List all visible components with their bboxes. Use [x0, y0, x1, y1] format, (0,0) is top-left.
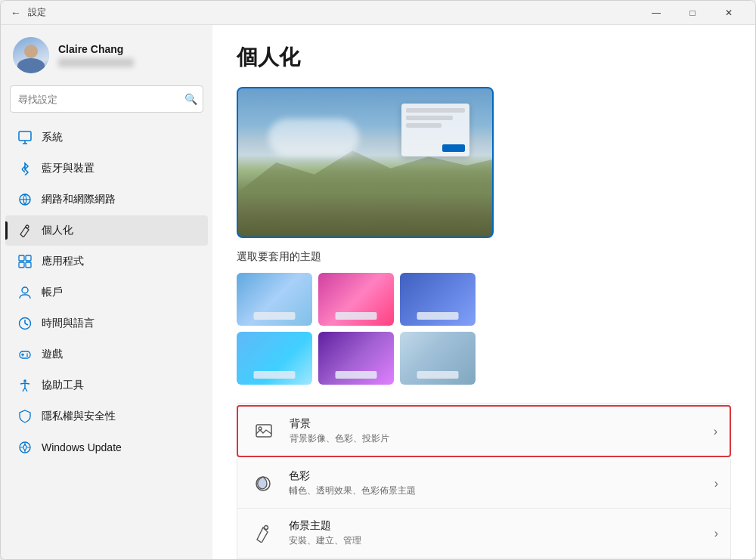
svg-line-13 — [25, 323, 28, 325]
theme-preview — [237, 87, 494, 238]
preview-line-2 — [406, 116, 453, 120]
content-area: 個人化 選取要套用的主題 — [212, 25, 755, 559]
sidebar-label-windows-update: Windows Update — [42, 441, 122, 453]
sidebar-item-time[interactable]: 時間與語言 — [5, 308, 208, 339]
preview-line-3 — [406, 123, 442, 128]
sidebar-item-privacy[interactable]: 隱私權與安全性 — [5, 401, 208, 432]
svg-point-17 — [26, 354, 28, 355]
background-chevron: › — [714, 425, 717, 438]
sidebar-item-personalization[interactable]: 個人化 — [5, 215, 208, 246]
page-title: 個人化 — [237, 43, 731, 72]
cloud-decoration — [268, 119, 359, 156]
settings-list: 背景 背景影像、色彩、投影片 › 色彩 輔色、透明效 — [237, 403, 731, 559]
background-text: 背景 背景影像、色彩、投影片 — [290, 417, 702, 445]
theme-grid — [237, 273, 731, 385]
svg-rect-7 — [26, 255, 31, 261]
svg-point-22 — [259, 427, 262, 430]
svg-point-19 — [23, 379, 26, 382]
svg-point-18 — [26, 355, 28, 357]
theme-select-label: 選取要套用的主題 — [237, 250, 731, 264]
background-desc: 背景影像、色彩、投影片 — [290, 432, 702, 445]
user-profile: Claire Chang — [1, 25, 212, 82]
sidebar-item-gaming[interactable]: 遊戲 — [5, 339, 208, 370]
search-box: 🔍 — [10, 85, 203, 113]
theme-option-6[interactable] — [400, 332, 476, 385]
theme-option-2[interactable] — [318, 273, 394, 326]
sidebar-label-accounts: 帳戶 — [42, 286, 63, 299]
sidebar-label-accessibility: 協助工具 — [42, 379, 84, 392]
user-name: Claire Chang — [58, 43, 134, 55]
theme-option-3[interactable] — [400, 273, 476, 326]
network-icon — [17, 192, 33, 207]
theme-thumb-bar-6 — [417, 371, 459, 379]
color-text: 色彩 輔色、透明效果、色彩佈景主題 — [289, 469, 702, 497]
theme-thumb-bar-5 — [336, 371, 377, 379]
privacy-icon — [17, 409, 33, 424]
sidebar-label-time: 時間與語言 — [42, 317, 94, 330]
svg-point-5 — [26, 225, 29, 228]
avatar — [13, 37, 49, 73]
sidebar-item-apps[interactable]: 應用程式 — [5, 246, 208, 277]
back-button[interactable]: ← — [10, 7, 22, 19]
svg-rect-9 — [26, 262, 31, 268]
time-icon — [17, 316, 33, 331]
svg-rect-0 — [19, 131, 31, 141]
gaming-icon — [17, 347, 33, 362]
settings-item-themes[interactable]: 佈景主題 安裝、建立、管理 › — [237, 509, 731, 558]
title-bar: ← 設定 — □ ✕ — [1, 1, 755, 25]
main-layout: Claire Chang 🔍 — [1, 25, 755, 559]
sidebar-label-bluetooth: 藍牙與裝置 — [42, 162, 94, 175]
sidebar-label-personalization: 個人化 — [42, 224, 73, 237]
sidebar-item-accessibility[interactable]: 協助工具 — [5, 370, 208, 401]
background-title: 背景 — [290, 417, 702, 431]
theme-preview-desktop — [238, 88, 492, 237]
system-icon — [17, 130, 33, 145]
themes-desc: 安裝、建立、管理 — [289, 534, 702, 547]
sidebar: Claire Chang 🔍 — [1, 25, 212, 559]
user-info: Claire Chang — [58, 43, 134, 67]
color-icon — [249, 470, 277, 497]
search-input[interactable] — [10, 85, 203, 113]
accounts-icon — [17, 285, 33, 300]
color-chevron: › — [714, 477, 718, 490]
svg-point-24 — [265, 525, 268, 529]
theme-thumb-bar-2 — [336, 312, 377, 320]
sidebar-label-network: 網路和網際網路 — [42, 193, 116, 206]
accessibility-icon — [17, 378, 33, 393]
sidebar-item-network[interactable]: 網路和網際網路 — [5, 184, 208, 215]
personalization-icon — [17, 223, 33, 238]
window-controls: — □ ✕ — [639, 1, 746, 25]
themes-text: 佈景主題 安裝、建立、管理 — [289, 519, 702, 547]
theme-option-1[interactable] — [237, 273, 312, 326]
color-desc: 輔色、透明效果、色彩佈景主題 — [289, 484, 702, 497]
svg-rect-8 — [19, 262, 24, 268]
minimize-button[interactable]: — — [639, 1, 674, 25]
themes-title: 佈景主題 — [289, 519, 702, 533]
close-button[interactable]: ✕ — [711, 1, 746, 25]
bluetooth-icon — [17, 161, 33, 176]
svg-point-10 — [22, 287, 28, 293]
settings-item-color[interactable]: 色彩 輔色、透明效果、色彩佈景主題 › — [237, 459, 731, 509]
windows-update-icon — [17, 440, 33, 455]
sidebar-item-system[interactable]: 系統 — [5, 122, 208, 153]
search-icon: 🔍 — [184, 93, 197, 105]
sidebar-item-accounts[interactable]: 帳戶 — [5, 277, 208, 308]
themes-icon — [249, 520, 277, 547]
settings-item-background[interactable]: 背景 背景影像、色彩、投影片 › — [237, 405, 731, 457]
svg-rect-21 — [256, 425, 271, 437]
avatar-image — [13, 37, 49, 73]
theme-option-4[interactable] — [237, 332, 312, 385]
sidebar-item-windows-update[interactable]: Windows Update — [5, 432, 208, 463]
maximize-button[interactable]: □ — [675, 1, 710, 25]
preview-line-1 — [406, 108, 465, 113]
apps-icon — [17, 254, 33, 269]
user-email — [58, 58, 134, 67]
svg-rect-6 — [19, 255, 24, 261]
settings-window: ← 設定 — □ ✕ Claire Chang 🔍 — [0, 0, 756, 560]
theme-thumb-bar-4 — [254, 371, 296, 379]
theme-option-5[interactable] — [318, 332, 394, 385]
sidebar-item-bluetooth[interactable]: 藍牙與裝置 — [5, 153, 208, 184]
sidebar-label-system: 系統 — [42, 131, 63, 144]
settings-item-lockscreen[interactable]: 鎖定畫面 › — [237, 558, 731, 559]
preview-window — [401, 104, 469, 156]
